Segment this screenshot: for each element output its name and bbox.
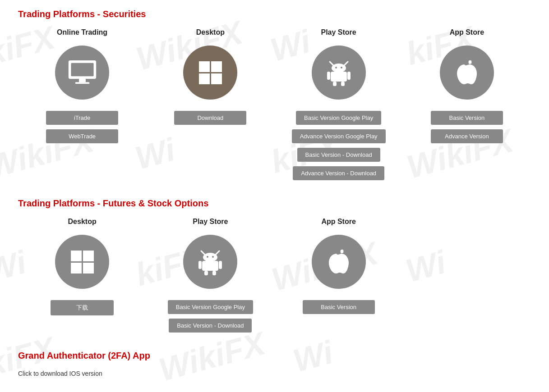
monitor-icon-circle [55, 46, 109, 100]
windows-icon-circle-fut [55, 235, 109, 289]
svg-point-10 [332, 64, 346, 73]
svg-rect-4 [199, 61, 210, 72]
svg-line-22 [201, 251, 205, 255]
svg-rect-30 [204, 271, 208, 275]
advance-download-btn[interactable]: Advance Version - Download [293, 166, 384, 180]
android-icon-circle-fut [183, 235, 237, 289]
svg-rect-29 [219, 261, 222, 269]
grand-auth-section: Grand Authenticator (2FA) App Click to d… [18, 351, 531, 377]
desktop-sec-buttons: Download [174, 111, 246, 125]
playstore-fut-col: Play Store [146, 218, 274, 333]
grand-auth-description: Click to download IOS version [18, 370, 531, 377]
android-icon-fut [197, 248, 224, 275]
svg-line-23 [216, 251, 219, 255]
apple-icon-circle-fut [312, 235, 366, 289]
playstore-fut-buttons: Basic Version Google Play Basic Version … [168, 300, 253, 333]
windows-icon-fut [70, 250, 95, 274]
svg-rect-21 [83, 263, 94, 273]
securities-section: Trading Platforms - Securities Online Tr… [18, 9, 531, 180]
desktop-sec-title: Desktop [196, 28, 225, 36]
online-trading-buttons: iTrade WebTrade [46, 111, 118, 143]
fut-basic-version-btn[interactable]: Basic Version [303, 300, 375, 314]
appstore-fut-col: App Store Basic Version [275, 218, 403, 314]
svg-rect-28 [198, 261, 202, 269]
svg-rect-2 [79, 79, 86, 82]
svg-rect-14 [327, 72, 330, 80]
svg-rect-16 [333, 82, 337, 86]
windows-icon [198, 60, 223, 85]
basic-google-play-btn[interactable]: Basic Version Google Play [296, 111, 381, 125]
grand-auth-title: Grand Authenticator (2FA) App [18, 351, 531, 361]
basic-download-btn[interactable]: Basic Version - Download [297, 148, 380, 162]
svg-rect-18 [71, 251, 82, 261]
fut-basic-download-btn[interactable]: Basic Version - Download [169, 319, 252, 333]
svg-rect-1 [71, 63, 93, 77]
playstore-sec-title: Play Store [321, 28, 356, 36]
online-trading-col: Online Trading iTrade WebTrade [18, 28, 146, 143]
futures-title: Trading Platforms - Futures & Stock Opti… [18, 198, 531, 209]
desktop-fut-title: Desktop [68, 218, 97, 226]
desktop-download-btn[interactable]: Download [174, 111, 246, 125]
webtrade-btn[interactable]: WebTrade [46, 129, 118, 143]
futures-grid: Desktop 下载 Play Store [18, 218, 531, 333]
svg-rect-6 [199, 73, 210, 84]
appstore-sec-col: App Store Basic Version Advance Version [403, 28, 531, 143]
advance-version-btn[interactable]: Advance Version [431, 129, 503, 143]
svg-rect-15 [347, 72, 351, 80]
futures-section: Trading Platforms - Futures & Stock Opti… [18, 198, 531, 333]
svg-rect-7 [211, 73, 222, 84]
windows-icon-circle-sec [183, 46, 237, 100]
svg-point-26 [212, 256, 214, 258]
svg-point-24 [203, 253, 217, 262]
itrade-btn[interactable]: iTrade [46, 111, 118, 125]
svg-line-8 [330, 62, 333, 65]
appstore-sec-buttons: Basic Version Advance Version [431, 111, 503, 143]
desktop-fut-buttons: 下载 [51, 300, 114, 315]
desktop-sec-col: Desktop Download [146, 28, 274, 125]
svg-point-25 [207, 256, 208, 258]
online-trading-title: Online Trading [57, 28, 107, 36]
fut-basic-google-play-btn[interactable]: Basic Version Google Play [168, 300, 253, 314]
desktop-fut-col: Desktop 下载 [18, 218, 146, 315]
apple-icon [455, 59, 479, 86]
svg-rect-5 [211, 61, 222, 72]
playstore-sec-buttons: Basic Version Google Play Advance Versio… [292, 111, 386, 180]
securities-grid: Online Trading iTrade WebTrade [18, 28, 531, 180]
svg-rect-19 [83, 251, 94, 261]
securities-title: Trading Platforms - Securities [18, 9, 531, 19]
android-icon-circle-sec [312, 46, 366, 100]
svg-rect-13 [331, 72, 347, 82]
appstore-sec-title: App Store [450, 28, 484, 36]
appstore-fut-title: App Store [321, 218, 355, 226]
svg-point-12 [341, 67, 342, 68]
svg-rect-17 [341, 82, 345, 86]
advance-google-play-btn[interactable]: Advance Version Google Play [292, 129, 386, 143]
svg-line-9 [344, 62, 348, 65]
svg-rect-3 [75, 82, 89, 84]
appstore-fut-buttons: Basic Version [303, 300, 375, 314]
svg-rect-31 [212, 271, 216, 275]
playstore-fut-title: Play Store [193, 218, 228, 226]
svg-point-11 [335, 67, 337, 68]
desktop-fut-download-btn[interactable]: 下载 [51, 300, 114, 315]
playstore-sec-col: Play Store [275, 28, 403, 180]
svg-rect-27 [202, 261, 218, 271]
apple-icon-fut [327, 248, 351, 275]
basic-version-btn[interactable]: Basic Version [431, 111, 503, 125]
monitor-icon [68, 59, 97, 86]
android-icon [325, 59, 352, 86]
apple-icon-circle-sec [440, 46, 494, 100]
svg-rect-20 [71, 263, 82, 273]
